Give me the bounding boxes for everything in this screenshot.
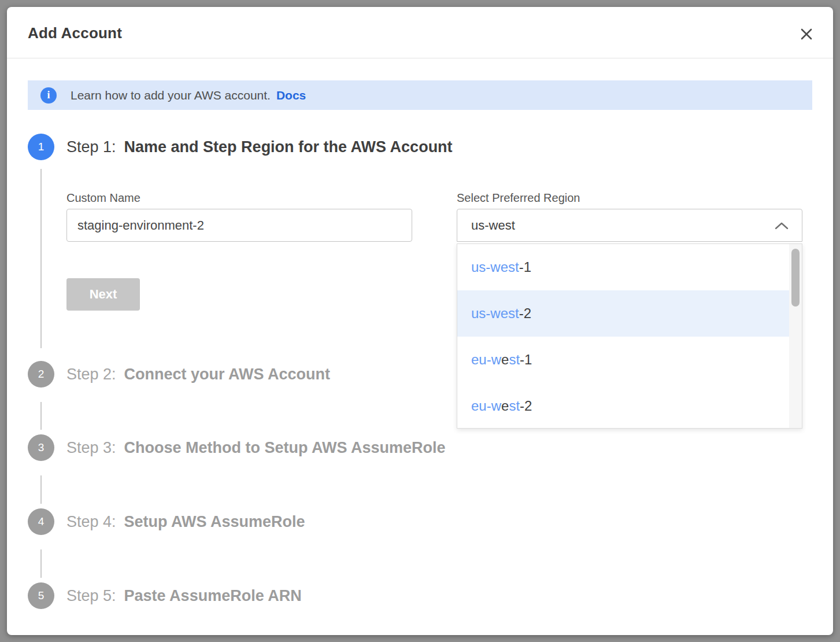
step-5-row: 5 Step 5:Paste AssumeRole ARN [28,582,302,609]
step-2-name: Connect your AWS Account [124,366,331,383]
chevron-up-icon [774,221,789,230]
step-1-indicator: 1 [28,134,54,160]
close-button[interactable] [797,25,816,43]
info-icon: i [40,87,57,104]
step-3-row: 3 Step 3:Choose Method to Setup AWS Assu… [28,434,446,461]
custom-name-input[interactable] [66,209,412,242]
dropdown-option-us-west-2[interactable]: us-west-2 [457,290,789,337]
step-connector-2 [40,402,42,430]
region-select-value: us-west [471,218,774,233]
step-4-row: 4 Step 4:Setup AWS AssumeRole [28,508,305,535]
custom-name-label: Custom Name [66,191,140,205]
option-text-segment: -1 [520,352,532,368]
step-1-name: Name and Step Region for the AWS Account [124,138,453,156]
add-account-modal: Add Account i Learn how to add your AWS … [7,7,833,635]
region-dropdown: us-west-1us-west-2eu-west-1eu-west-2 [457,243,802,429]
step-connector-3 [40,475,42,504]
step-5-prefix: Step 5: [66,587,116,604]
option-text-segment: st [509,352,520,368]
dropdown-scrollbar-thumb[interactable] [791,249,800,307]
dropdown-scrollbar-track[interactable] [789,244,802,428]
option-text-segment: -2 [520,398,532,414]
step-5-indicator: 5 [28,582,54,609]
step-4-prefix: Step 4: [66,513,116,530]
option-text-segment: eu-w [471,398,501,414]
info-banner: i Learn how to add your AWS account. Doc… [28,80,812,110]
step-2-row: 2 Step 2:Connect your AWS Account [28,361,330,388]
step-1-title: Step 1:Name and Step Region for the AWS … [66,138,453,156]
option-text-segment: st [509,398,520,414]
banner-text: Learn how to add your AWS account. [71,88,271,102]
next-button[interactable]: Next [66,278,140,311]
step-connector-1 [40,169,42,348]
step-3-title: Step 3:Choose Method to Setup AWS Assume… [66,439,446,457]
step-5-title: Step 5:Paste AssumeRole ARN [66,587,302,605]
option-text-segment: -2 [519,305,531,322]
step-4-indicator: 4 [28,508,54,535]
step-4-title: Step 4:Setup AWS AssumeRole [66,513,305,531]
step-2-title: Step 2:Connect your AWS Account [66,366,330,383]
step-1-prefix: Step 1: [66,138,116,156]
dropdown-option-eu-west-1[interactable]: eu-west-1 [457,337,789,383]
step-3-indicator: 3 [28,434,54,461]
step-5-name: Paste AssumeRole ARN [124,587,302,604]
header-divider [7,58,833,58]
dropdown-options: us-west-1us-west-2eu-west-1eu-west-2 [457,244,789,428]
dropdown-option-us-west-1[interactable]: us-west-1 [457,244,789,290]
option-text-segment: eu-w [471,352,501,368]
dropdown-option-eu-west-2[interactable]: eu-west-2 [457,383,789,429]
step-1-row: 1 Step 1:Name and Step Region for the AW… [28,134,453,160]
step-3-prefix: Step 3: [66,439,116,456]
region-select[interactable]: us-west [457,209,802,242]
option-text-segment: e [501,352,509,368]
close-icon [800,27,813,41]
modal-title: Add Account [28,24,122,42]
step-connector-4 [40,549,42,578]
docs-link[interactable]: Docs [276,88,306,102]
region-label: Select Preferred Region [457,191,580,205]
option-text-segment: -1 [519,259,531,275]
option-text-segment: e [501,398,509,414]
step-3-name: Choose Method to Setup AWS AssumeRole [124,439,446,456]
step-2-prefix: Step 2: [66,366,116,383]
option-text-segment: us-west [471,259,519,275]
option-text-segment: us-west [471,305,519,322]
step-4-name: Setup AWS AssumeRole [124,513,305,530]
step-2-indicator: 2 [28,361,54,388]
